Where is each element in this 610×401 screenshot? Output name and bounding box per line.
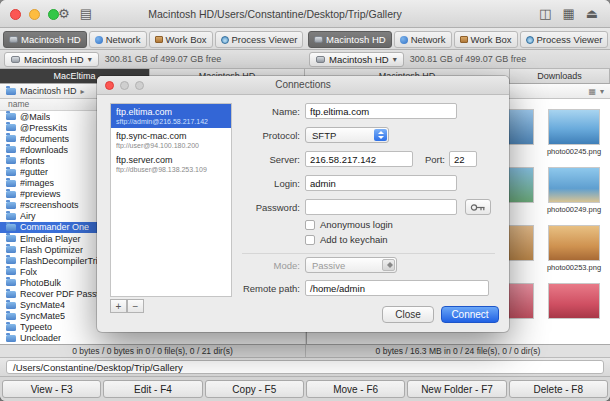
folder-icon [6, 157, 16, 164]
connection-url: ftp://dbuser@98.138.253.109 [116, 166, 226, 173]
mode-value: Passive [312, 260, 345, 271]
tab-process-viewer-left[interactable]: Process Viewer [215, 31, 304, 48]
folder-icon [6, 180, 16, 187]
port-label: Port: [397, 154, 445, 165]
dialog-minimize-button [120, 81, 129, 90]
file-name: Typeeto [20, 322, 52, 332]
checkbox-icon [305, 235, 315, 245]
name-field[interactable]: ftp.eltima.com [305, 103, 457, 119]
drive-bar-right: Macintosh HD ▾ 300.81 GB of 499.07 GB fr… [305, 50, 610, 68]
photo-thumbnail [548, 283, 600, 319]
move-f6-button[interactable]: Move - F6 [306, 380, 405, 398]
tab-process-viewer-right[interactable]: Process Viewer [520, 31, 609, 48]
file-list-item[interactable]: Uncloader [0, 333, 305, 344]
tab-macintosh-hd-left[interactable]: Macintosh HD [3, 31, 87, 48]
tab-work-box-left[interactable]: Work Box [149, 31, 213, 48]
new-folder-f7-button[interactable]: New Folder - F7 [407, 380, 506, 398]
drive-bar-left: Macintosh HD ▾ 300.81 GB of 499.07 GB fr… [0, 50, 305, 68]
drive-selector-right[interactable]: Macintosh HD ▾ [309, 52, 404, 67]
window-title: Macintosh HD/Users/Constantine/Desktop/T… [60, 8, 490, 20]
mode-dropdown[interactable]: Passive [305, 257, 397, 273]
file-name: #images [20, 178, 54, 188]
folder-icon [6, 279, 16, 286]
tab-label: Network [106, 34, 141, 45]
eject-icon[interactable]: ⏏ [586, 6, 598, 22]
connection-url: sftp://admin@216.58.217.142 [116, 118, 226, 125]
anonymous-login-checkbox[interactable]: Anonymous login [305, 219, 393, 230]
status-right: 0 bytes / 16.3 MB in 0 / 24 file(s), 0 /… [305, 345, 610, 357]
breadcrumb-macintosh-hd[interactable]: Macintosh HD [20, 86, 77, 96]
name-label: Name: [187, 106, 300, 117]
file-name: @PressKits [20, 123, 67, 133]
folder-icon [6, 169, 16, 176]
minimize-window-button[interactable] [29, 9, 40, 20]
login-field[interactable]: admin [305, 175, 457, 191]
file-name: FlashDecompilerTrillix [20, 256, 108, 266]
checkbox-label: Add to keychain [320, 234, 388, 245]
folder-icon [6, 302, 16, 309]
grid-view-icon[interactable]: ▦ [588, 87, 596, 96]
dual-pane-icon[interactable]: ◫ [539, 6, 551, 22]
photo-item[interactable]: photo00249.png [545, 167, 603, 214]
tab-label: Work Box [166, 34, 207, 45]
remote-path-field[interactable]: /home/admin [305, 280, 489, 296]
grid-view-icon[interactable]: ▦ [562, 6, 574, 22]
folder-tab-downloads[interactable]: Downloads [510, 69, 610, 83]
port-field[interactable]: 22 [449, 151, 477, 167]
path-input[interactable]: /Users/Constantine/Desktop/Trip/Gallery [6, 360, 604, 374]
folder-icon [6, 146, 16, 153]
protocol-dropdown[interactable]: SFTP [305, 127, 389, 143]
show-password-key-button[interactable] [465, 199, 491, 215]
key-icon [470, 203, 486, 212]
photo-item[interactable]: photo00253.png [545, 225, 603, 272]
dialog-title: Connections [97, 76, 509, 94]
password-label: Password: [187, 202, 300, 213]
chevron-down-icon[interactable]: ▾ [600, 87, 604, 96]
close-window-button[interactable] [10, 9, 21, 20]
connect-button[interactable]: Connect [441, 306, 499, 323]
remove-connection-button[interactable]: − [127, 299, 144, 313]
photo-filename: photo00245.png [545, 147, 603, 156]
dialog-title-bar: Connections [97, 76, 509, 95]
folder-icon [6, 135, 16, 142]
app-window: ⚙ ▤ Macintosh HD/Users/Constantine/Deskt… [0, 0, 610, 401]
tab-macintosh-hd-right[interactable]: Macintosh HD [308, 31, 392, 48]
connection-url: ftp://user@94.100.180.200 [116, 142, 226, 149]
drive-icon [316, 56, 325, 63]
drive-icon [11, 56, 20, 63]
file-name: #downloads [20, 145, 68, 155]
view-f3-button[interactable]: View - F3 [2, 380, 101, 398]
folder-icon [6, 235, 16, 242]
tab-network-right[interactable]: Network [394, 31, 452, 48]
free-space-text: 300.81 GB of 499.07 GB free [410, 54, 527, 64]
folder-icon [6, 124, 16, 131]
tab-label: Work Box [471, 34, 512, 45]
file-name: Commander One [20, 222, 89, 232]
box-icon [155, 36, 163, 43]
tab-network-left[interactable]: Network [89, 31, 147, 48]
password-field[interactable] [305, 199, 457, 215]
protocol-label: Protocol: [187, 130, 300, 141]
window-controls [10, 9, 59, 20]
drive-icon [9, 36, 18, 43]
add-connection-button[interactable]: + [110, 299, 127, 313]
photo-item[interactable] [545, 283, 603, 321]
list-edit-buttons: + − [110, 299, 144, 313]
file-name: #gutter [20, 167, 48, 177]
tab-label: Process Viewer [232, 34, 298, 45]
photo-item[interactable]: photo00245.png [545, 109, 603, 156]
add-to-keychain-checkbox[interactable]: Add to keychain [305, 234, 388, 245]
close-button[interactable]: Close [382, 306, 434, 323]
chevron-down-icon: ▾ [88, 55, 92, 64]
tab-work-box-right[interactable]: Work Box [454, 31, 518, 48]
photo-filename: photo00249.png [545, 205, 603, 214]
delete-f8-button[interactable]: Delete - F8 [509, 380, 608, 398]
status-bar: 0 bytes / 0 bytes in 0 / 0 file(s), 0 / … [0, 344, 610, 357]
dialog-close-button[interactable] [105, 81, 114, 90]
copy-f5-button[interactable]: Copy - F5 [205, 380, 304, 398]
folder-icon [6, 268, 16, 275]
file-name: SyncMate4 [20, 300, 65, 310]
edit-f4-button[interactable]: Edit - F4 [103, 380, 202, 398]
drive-selector-left[interactable]: Macintosh HD ▾ [4, 52, 99, 67]
globe-icon [95, 36, 103, 44]
